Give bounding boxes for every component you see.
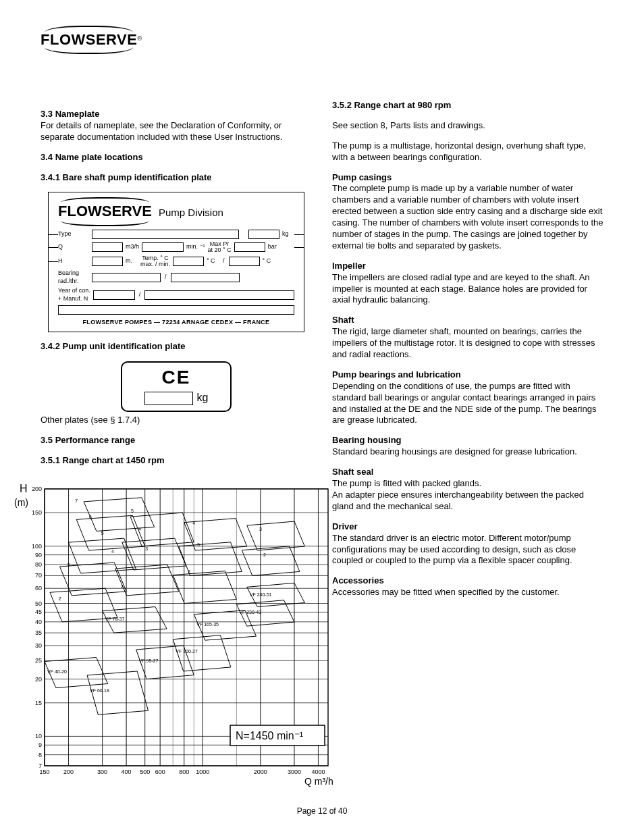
- slash-icon-3: /: [138, 291, 142, 299]
- section-3-3-text: For details of nameplate, see the Declar…: [41, 120, 282, 142]
- svg-text:60: 60: [35, 585, 42, 592]
- p-housing: Standard bearing housings are designed f…: [332, 446, 577, 457]
- section-3-3-heading: 3.3 Nameplate: [41, 109, 99, 119]
- svg-text:7: 7: [38, 762, 42, 769]
- svg-text:400: 400: [122, 768, 132, 775]
- page-number: Page 12 of 40: [41, 806, 603, 816]
- svg-text:150: 150: [32, 509, 42, 516]
- field-year: [93, 290, 135, 300]
- svg-text:70: 70: [35, 572, 42, 579]
- brand-logo: FLOWSERVE®: [41, 27, 603, 53]
- field-bearing-r: [92, 273, 161, 282]
- svg-rect-2: [45, 489, 328, 766]
- svg-text:25: 25: [35, 657, 42, 664]
- svg-text:35: 35: [35, 629, 42, 636]
- field-h: [92, 257, 123, 266]
- svg-text:1000: 1000: [196, 768, 209, 775]
- see-section-8: See section 8, Parts lists and drawings.: [332, 120, 603, 132]
- nameplate-footer: FLOWSERVE POMPES — 72234 ARNAGE CEDEX — …: [58, 319, 294, 327]
- field-bearing-t: [171, 273, 240, 282]
- svg-text:80: 80: [35, 561, 42, 568]
- svg-text:200: 200: [32, 486, 42, 492]
- svg-text:50: 50: [35, 600, 42, 606]
- svg-text:3000: 3000: [288, 768, 301, 775]
- svg-text:5: 5: [131, 509, 134, 513]
- field-maxpr: [234, 242, 265, 252]
- svg-text:90: 90: [35, 552, 42, 558]
- svg-text:4: 4: [192, 521, 195, 525]
- svg-text:300: 300: [97, 768, 107, 775]
- ce-unit-kg: kg: [197, 391, 209, 405]
- svg-text:VF 78-37: VF 78-37: [105, 617, 125, 621]
- slash-icon-2: /: [163, 273, 168, 282]
- pump-nameplate: FLOWSERVE Pump Division Type kg Q m: [48, 192, 304, 332]
- p-driver: The standard driver is an electric motor…: [332, 533, 576, 566]
- svg-text:4: 4: [138, 527, 141, 531]
- svg-text:200: 200: [63, 768, 74, 775]
- h-accessories: Accessories: [332, 575, 384, 585]
- p-accessories: Accessories may be fitted when specified…: [332, 587, 560, 597]
- range-chart-1450: H (m) 1502003004005006008001000200030004…: [41, 475, 312, 793]
- svg-text:VF 240-51: VF 240-51: [250, 592, 272, 597]
- svg-text:4: 4: [111, 549, 114, 554]
- field-type: [92, 230, 239, 239]
- h-shaft: Shaft: [332, 315, 354, 325]
- svg-text:2: 2: [188, 569, 190, 574]
- svg-text:30: 30: [35, 642, 42, 649]
- svg-text:6: 6: [89, 514, 92, 519]
- unit-bar: bar: [268, 243, 280, 251]
- ce-weight-field: [144, 392, 193, 405]
- svg-text:VF 60-18: VF 60-18: [90, 688, 109, 693]
- label-h: H: [58, 257, 89, 265]
- field-manuf: [144, 290, 294, 300]
- svg-text:100: 100: [32, 543, 42, 550]
- svg-text:8: 8: [38, 752, 42, 758]
- h-housing: Bearing housing: [332, 435, 402, 445]
- svg-text:40: 40: [35, 619, 42, 625]
- field-q: [92, 242, 123, 252]
- other-plates-note: Other plates (see § 1.7.4): [41, 415, 312, 426]
- svg-text:800: 800: [179, 768, 189, 775]
- svg-text:H: H: [20, 483, 28, 494]
- svg-text:3: 3: [145, 546, 148, 551]
- svg-text:20: 20: [35, 675, 42, 682]
- svg-text:(m): (m): [14, 497, 28, 508]
- svg-text:150: 150: [39, 768, 49, 775]
- label-type: Type: [58, 230, 89, 238]
- svg-text:VF 165-35: VF 165-35: [196, 622, 219, 627]
- overview-text: The pump is a multistage, horizontal des…: [332, 140, 603, 163]
- svg-text:VF 100-27: VF 100-27: [176, 649, 198, 654]
- svg-text:45: 45: [35, 608, 42, 615]
- svg-text:3: 3: [259, 527, 262, 531]
- h-casing: Pump casings: [332, 172, 392, 182]
- registered-mark: ®: [137, 35, 142, 42]
- label-temp: Temp. ° C max. / min.: [140, 255, 170, 267]
- svg-text:600: 600: [155, 768, 165, 775]
- field-kg: [248, 230, 279, 239]
- p-impeller: The impellers are closed radial type and…: [332, 272, 590, 305]
- h-seal: Shaft seal: [332, 467, 373, 477]
- nameplate-logo: FLOWSERVE: [58, 199, 152, 224]
- svg-text:5: 5: [101, 531, 104, 536]
- unit-c1: ° C: [207, 257, 219, 265]
- section-3-4-2-heading: 3.4.2 Pump unit identification plate: [41, 341, 312, 353]
- svg-text:2: 2: [121, 584, 124, 589]
- svg-text:Q m³/h: Q m³/h: [304, 776, 333, 787]
- field-blank: [58, 305, 294, 315]
- field-tmax: [173, 257, 204, 266]
- unit-c2: ° C: [263, 257, 275, 265]
- svg-text:15: 15: [35, 700, 42, 706]
- label-bearing: Bearing rad./thr.: [58, 269, 89, 285]
- svg-text:500: 500: [140, 768, 150, 775]
- svg-text:2000: 2000: [254, 768, 267, 775]
- section-3-5-1-heading: 3.5.1 Range chart at 1450 rpm: [41, 455, 312, 467]
- label-q: Q: [58, 243, 89, 251]
- unit-min: min. ⁻¹: [186, 243, 205, 251]
- field-rpm: [142, 242, 184, 252]
- svg-text:3: 3: [197, 542, 200, 547]
- h-impeller: Impeller: [332, 261, 366, 271]
- svg-text:N=1450  min⁻¹: N=1450 min⁻¹: [236, 730, 303, 741]
- svg-text:2: 2: [263, 552, 266, 557]
- h-bearings: Pump bearings and lubrication: [332, 369, 461, 380]
- svg-text:VF 95-27: VF 95-27: [139, 658, 159, 663]
